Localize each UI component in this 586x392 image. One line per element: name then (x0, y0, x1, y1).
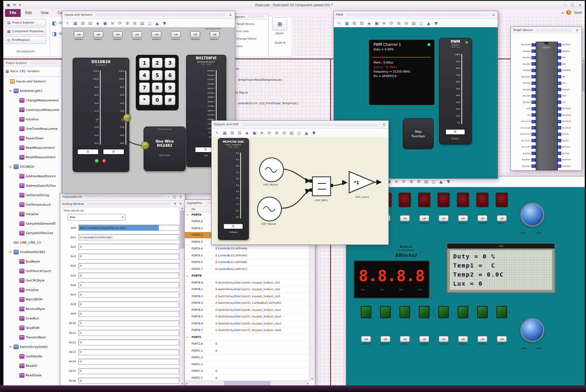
toggle-switch-button[interactable]: Off (439, 215, 449, 221)
analog-channel-row[interactable]: An2 0 (62, 242, 179, 251)
analog-channel-row[interactable]: An9 0 (62, 309, 179, 319)
analog-channel-row[interactable]: An10 0 (62, 319, 179, 328)
chip-pin[interactable]: RD7/PSP7 (557, 107, 581, 110)
cursor-icon[interactable]: ↖ (336, 20, 343, 26)
digital-pin-row[interactable]: ▾ PORTB.1 0 SwitchArraySlide1(pin1), key… (185, 286, 310, 293)
tree-item[interactable]: ReadMeasurement (4, 143, 61, 153)
minimize-icon[interactable]: – (167, 195, 170, 199)
chip-pin[interactable]: RD1/PSP1 (512, 164, 536, 168)
layers-icon[interactable]: ▤ (411, 20, 417, 26)
toggle-switch-button[interactable]: Off (190, 31, 200, 38)
tree-item[interactable]: ⊟ OneWireDS2482 (4, 247, 61, 257)
keypad-key[interactable]: 7 (139, 82, 150, 93)
digital-pin-row[interactable]: ▾ PORTC.3 (185, 361, 310, 368)
group-expander-icon[interactable]: ▾ (185, 213, 191, 216)
scrollbar-thumb[interactable] (224, 381, 270, 385)
channel-value-field[interactable]: 0 (78, 254, 179, 260)
push-button[interactable] (399, 306, 410, 318)
tree-item[interactable]: OneTimeMeasureme (4, 124, 61, 134)
digital-pin-row[interactable]: ▾ PORTB.7 0 SwitchArraySlide1(pin7), key… (185, 327, 310, 334)
cursor-icon[interactable]: ↖ (214, 130, 220, 136)
analog-channel-row[interactable]: An12 0 (62, 338, 179, 347)
push-button[interactable] (477, 306, 488, 318)
digital-pin-row[interactable]: ▾ PORTB.5 0 SwitchArraySlide1(pin5), key… (185, 314, 310, 321)
toggle-switch-button[interactable]: Off (497, 215, 507, 221)
collapse-panel-icon[interactable]: ⊟ (236, 130, 243, 136)
zoom-out-icon[interactable]: ⊖ (403, 20, 409, 26)
keypad-key[interactable]: 0 (152, 95, 163, 105)
analog-channel-row[interactable]: An7 0 (62, 290, 179, 299)
chip-pin[interactable]: RA3/AN3 (512, 69, 536, 72)
toggle-switch-button[interactable]: Off (171, 31, 181, 38)
raise-icon[interactable]: ▲ (438, 178, 444, 185)
channel-value-field[interactable]: 0 (78, 311, 179, 317)
digital-pin-row[interactable]: ▾ PORTB.6 0 SwitchArraySlide1(pin6), key… (185, 320, 310, 327)
help-icon[interactable]: ? (566, 10, 571, 15)
zoom-menu[interactable]: Zoom ▾ (268, 41, 291, 45)
menu-caret-icon[interactable]: ▾ (19, 3, 21, 7)
scrollbar-thumb[interactable] (180, 211, 184, 249)
chip-pin[interactable]: RC2/CCP1 (512, 146, 536, 149)
keypad-key[interactable]: 5 (152, 70, 163, 80)
tree-item[interactable]: TransmitByte (4, 333, 61, 342)
analog-channel-row[interactable]: An11 0 (62, 328, 179, 338)
expander-icon[interactable]: ⊟ (9, 165, 12, 169)
project-explorer-header[interactable]: Project Explorer (4, 60, 61, 66)
dsp-mixer-block[interactable] (312, 176, 331, 196)
keypad-key[interactable]: * (139, 95, 150, 105)
digital-pin-row[interactable]: ▾ PORTB.0 0 SwitchArraySlide1(pin0), key… (185, 279, 310, 286)
grid-icon[interactable]: ▦ (222, 130, 228, 136)
chip-pin[interactable]: RE1/AN6 (512, 94, 536, 98)
chip-pin[interactable]: RB0/INT (557, 88, 581, 91)
raise-icon[interactable]: ▲ (425, 20, 432, 26)
analog-channel-row[interactable]: An5 0 (62, 271, 179, 280)
chip-pin[interactable]: RA0/AN0 (512, 49, 536, 53)
lower-icon[interactable]: ▼ (445, 178, 451, 185)
ribbon-tab[interactable]: Edit (21, 9, 36, 17)
tree-item[interactable]: GetHandle (4, 352, 61, 361)
close-icon[interactable]: × (178, 202, 183, 206)
scroll-left-icon[interactable]: ◀ (186, 382, 187, 385)
chip-pin[interactable]: VSS (557, 101, 581, 104)
zoom-out-icon[interactable]: ⊖ (416, 178, 422, 185)
chip-pin[interactable]: RC1/T1OSI (512, 139, 536, 142)
scroll-down-icon[interactable]: ▼ (310, 377, 315, 380)
title-bar[interactable]: ▣⟳▾ Flowcode - Dedicated 2D component pa… (3, 1, 585, 9)
slider-marker-icon[interactable] (458, 122, 460, 124)
channel-value-field[interactable]: 0 (78, 272, 179, 279)
push-button[interactable] (419, 306, 430, 318)
chip-pin[interactable]: RD5/PSP5 (557, 120, 581, 123)
slider-marker-icon[interactable] (96, 120, 98, 122)
chip-pin[interactable]: RB6/PGC (557, 49, 581, 53)
pwm-title-bar[interactable]: PWM × (334, 11, 498, 19)
toggle-switch-button[interactable]: Off (477, 215, 487, 221)
onewire-connector-icon[interactable]: 1Wire (123, 114, 131, 122)
toggle-switch-button[interactable]: Off (439, 336, 449, 342)
frame-icon[interactable]: ◻ (418, 20, 424, 26)
tree-item[interactable]: ReadAll (4, 361, 61, 371)
frame-icon[interactable]: ◻ (430, 178, 437, 185)
keypad-key[interactable]: 8 (152, 82, 163, 93)
collapse-ribbon-icon[interactable]: ▴ (562, 11, 563, 14)
ldr-knob[interactable] (520, 318, 544, 342)
channel-value-field[interactable]: 0 (78, 378, 179, 384)
tree-item[interactable]: Inputs and Sensors (4, 77, 61, 86)
channel-value-field[interactable]: 0 (78, 330, 179, 336)
list-icon[interactable]: ≡ (259, 130, 265, 136)
digital-pin-row[interactable]: ▾ PORTC.0 0 (185, 341, 310, 348)
channel-value-field[interactable]: 0 ComboBL0114(Pot.ADC) (78, 234, 179, 240)
pot-knob[interactable] (520, 203, 544, 227)
analog-channel-row[interactable]: An4 0 (62, 261, 179, 271)
toggle-switch-button[interactable]: Off (361, 336, 371, 342)
ribbon-button[interactable]: ▦ Component Properties (5, 28, 46, 35)
target-device-title-bar[interactable]: Target Device × (511, 27, 581, 34)
chip-pin[interactable]: VDD (557, 94, 581, 98)
inputs-panel-canvas[interactable]: SwitchArraySlide1 Off $PORTB.0 Off $PORT… (62, 27, 235, 193)
toggle-switch-button[interactable]: Off (458, 336, 468, 342)
channel-value-field[interactable]: 0 (78, 291, 179, 298)
refresh-icon[interactable]: ⟳ (117, 20, 123, 26)
chip-pin[interactable]: MCLR/VPP (512, 43, 536, 47)
zoom-out-icon[interactable]: ⊖ (281, 130, 287, 136)
digital-pin-row[interactable]: ▾ PORTB (185, 273, 310, 280)
chip-pin[interactable]: RD4/PSP4 (557, 126, 581, 129)
